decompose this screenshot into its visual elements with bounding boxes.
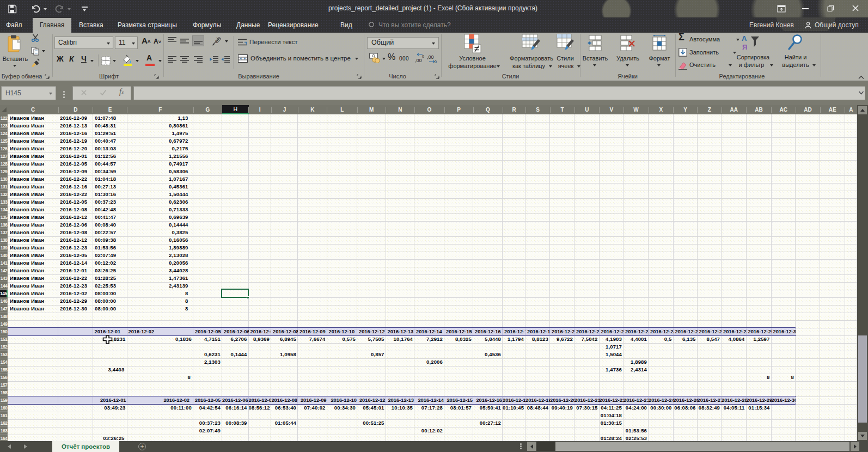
svg-text:,00: ,00 [415,58,422,63]
svg-text:0: 0 [435,60,437,64]
svg-text:Я: Я [742,43,747,51]
svg-text:0: 0 [422,54,424,58]
svg-text:А: А [742,34,747,42]
svg-text:,00: ,00 [427,54,434,60]
